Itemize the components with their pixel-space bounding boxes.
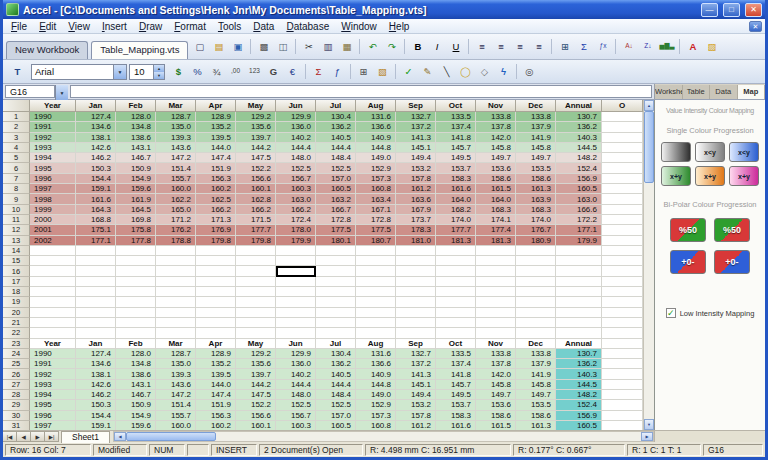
grid-cell[interactable]: 2000 <box>30 215 76 225</box>
grid-cell[interactable] <box>76 277 116 287</box>
selected-cell[interactable] <box>276 266 316 276</box>
grid-cell[interactable] <box>196 318 236 328</box>
grid-cell[interactable]: 135.2 <box>196 359 236 369</box>
grid-cell[interactable] <box>602 339 643 349</box>
grid-cell[interactable]: 153.5 <box>516 400 556 410</box>
grid-cell[interactable]: 144.4 <box>276 143 316 153</box>
grid-cell[interactable]: 145.7 <box>436 380 476 390</box>
spin-down-icon[interactable]: ▼ <box>154 72 164 79</box>
grid-cell[interactable]: 160.3 <box>276 184 316 194</box>
cut-button[interactable]: ✂ <box>300 38 318 56</box>
scroll-left-button[interactable]: ◀ <box>114 432 126 441</box>
grid-cell[interactable] <box>116 246 156 256</box>
grid-cell[interactable]: 139.7 <box>236 133 276 143</box>
grid-cell[interactable]: 157.8 <box>396 411 436 421</box>
select-all-corner[interactable] <box>3 100 30 112</box>
grid-cell[interactable] <box>476 287 516 297</box>
print-preview-button[interactable]: ◫ <box>274 38 292 56</box>
grid-cell[interactable]: 1991 <box>30 359 76 369</box>
grid-cell[interactable]: 158.6 <box>516 411 556 421</box>
grey-progression-button[interactable]: x<y <box>695 142 725 162</box>
grid-cell[interactable] <box>436 266 476 276</box>
grid-cell[interactable]: 159.1 <box>76 184 116 194</box>
grid-cell[interactable]: 171.2 <box>156 215 196 225</box>
grid-cell[interactable]: 155.7 <box>156 411 196 421</box>
grid-cell[interactable] <box>516 256 556 266</box>
grid-cell[interactable]: 147.5 <box>236 153 276 163</box>
grid-cell[interactable] <box>602 328 643 338</box>
grid-cell[interactable]: 1996 <box>30 174 76 184</box>
grid-cell[interactable] <box>436 308 476 318</box>
grid-cell[interactable]: 178.0 <box>276 225 316 235</box>
grid-cell[interactable]: 181.3 <box>476 236 516 246</box>
grid-cell[interactable]: 152.5 <box>316 163 356 173</box>
grid-cell[interactable]: 135.0 <box>156 359 196 369</box>
grid-cell[interactable] <box>602 205 643 215</box>
grid-cell[interactable]: 160.8 <box>356 184 396 194</box>
grid-cell[interactable]: 156.3 <box>196 174 236 184</box>
grid-cell[interactable]: 140.9 <box>356 133 396 143</box>
number-format-button[interactable]: 123 <box>246 63 264 81</box>
grid-cell[interactable]: 149.7 <box>516 390 556 400</box>
grid-cell[interactable]: 148.2 <box>556 153 602 163</box>
column-header-jan[interactable]: Jan <box>76 100 116 112</box>
grid-cell[interactable]: 151.4 <box>156 163 196 173</box>
grid-cell[interactable]: 141.8 <box>436 133 476 143</box>
grid-cell[interactable]: 166.7 <box>316 205 356 215</box>
grid-cell[interactable]: 146.7 <box>116 390 156 400</box>
grid-cell[interactable]: 179.9 <box>556 236 602 246</box>
magenta-progression-button[interactable]: x+y <box>729 166 759 186</box>
grid-cell[interactable] <box>602 174 643 184</box>
grid-cell[interactable] <box>196 308 236 318</box>
grid-cell[interactable]: 161.6 <box>436 421 476 430</box>
greyscale-progression-button[interactable] <box>661 142 691 162</box>
grid-cell[interactable]: 153.7 <box>436 163 476 173</box>
grid-cell[interactable] <box>276 308 316 318</box>
grid-cell[interactable]: 160.0 <box>156 421 196 430</box>
grid-cell[interactable]: 157.3 <box>356 174 396 184</box>
row-header[interactable]: 9 <box>3 194 30 204</box>
vertical-scroll-track[interactable] <box>644 183 654 419</box>
horizontal-scroll-track[interactable] <box>216 432 641 441</box>
menu-insert[interactable]: Insert <box>96 20 133 33</box>
column-header-annual[interactable]: Annual <box>556 100 602 112</box>
grid-cell[interactable]: 150.3 <box>76 400 116 410</box>
grid-cell[interactable] <box>76 328 116 338</box>
grid-cell[interactable]: 145.8 <box>476 380 516 390</box>
row-header[interactable]: 20 <box>3 308 30 318</box>
scroll-up-button[interactable]: ▲ <box>644 100 654 111</box>
plus-minus-red-blue-button[interactable]: +0- <box>714 250 750 274</box>
grid-cell[interactable] <box>476 308 516 318</box>
grid-cell[interactable]: 2002 <box>30 236 76 246</box>
column-header-dec[interactable]: Dec <box>516 100 556 112</box>
grid-cell[interactable]: 139.3 <box>156 369 196 379</box>
grid-cell[interactable]: 177.4 <box>476 225 516 235</box>
grid-cell[interactable] <box>196 266 236 276</box>
grid-cell[interactable]: 136.2 <box>556 359 602 369</box>
grid-cell[interactable]: 168.2 <box>436 205 476 215</box>
grid-cell[interactable] <box>602 411 643 421</box>
grid-cell[interactable] <box>556 287 602 297</box>
draw-polygon-button[interactable]: ◇ <box>476 63 494 81</box>
minimize-button[interactable]: — <box>701 3 718 17</box>
grid-cell[interactable] <box>356 287 396 297</box>
grid-cell[interactable] <box>516 277 556 287</box>
grid-cell[interactable] <box>276 277 316 287</box>
grid-cell[interactable] <box>316 328 356 338</box>
grid-cell[interactable] <box>602 133 643 143</box>
grid-cell[interactable]: 152.4 <box>556 400 602 410</box>
grid-cell[interactable]: 1997 <box>30 421 76 430</box>
grid-cell[interactable] <box>316 256 356 266</box>
insert-chart-button[interactable]: ▅▇▃ <box>658 38 676 56</box>
menu-view[interactable]: View <box>62 20 96 33</box>
grid-cell[interactable]: 149.0 <box>356 390 396 400</box>
grid-cell[interactable]: 131.6 <box>356 349 396 359</box>
grid-cell[interactable] <box>602 225 643 235</box>
grid-cell[interactable]: 128.7 <box>156 112 196 122</box>
grid-cell[interactable]: May <box>236 339 276 349</box>
grid-cell[interactable]: 147.2 <box>156 153 196 163</box>
grid-cell[interactable]: 161.2 <box>396 421 436 430</box>
formula-input[interactable] <box>70 85 652 98</box>
grid-cell[interactable] <box>356 246 396 256</box>
grid-cell[interactable]: Apr <box>196 339 236 349</box>
